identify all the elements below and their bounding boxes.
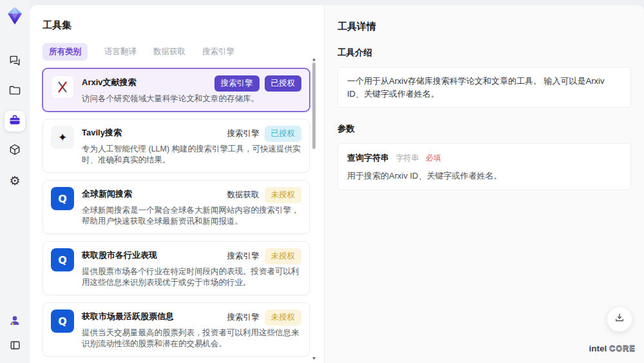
- tool-card[interactable]: Q 获取市场最活跃股票信息 搜索引擎 未授权 提供当天交易量最高的股票列表，投资…: [43, 302, 310, 357]
- tavily-icon: ✦: [51, 126, 74, 149]
- category-tabs: 所有类别语言翻译数据获取搜索引擎: [43, 43, 308, 61]
- left-rail: ⚙: [0, 0, 30, 363]
- brand-core-text: core: [609, 344, 636, 353]
- page-title: 工具集: [43, 19, 308, 32]
- tool-detail-panel: 工具详情 工具介绍 一个用于从Arxiv存储库搜索科学论文和文章的工具。 输入可…: [324, 5, 644, 363]
- scroll-up-arrow-icon[interactable]: ▲: [311, 57, 317, 61]
- param-name: 查询字符串: [347, 153, 389, 162]
- user-avatar-icon: [8, 314, 21, 329]
- tool-category-badge: 搜索引擎: [227, 126, 260, 141]
- tool-name: Tavily搜索: [82, 126, 227, 139]
- tool-category-badge: 搜索引擎: [227, 249, 260, 264]
- tab-0[interactable]: 所有类别: [43, 43, 88, 61]
- brand-intel-text: intel: [589, 344, 607, 353]
- tool-card[interactable]: ✦ Tavily搜索 搜索引擎 已授权 专为人工智能代理 (LLM) 构建的搜索…: [43, 119, 310, 173]
- scrollbar-thumb[interactable]: [312, 63, 316, 149]
- tab-2[interactable]: 数据获取: [153, 46, 185, 57]
- scroll-down-arrow-icon[interactable]: ▼: [311, 356, 317, 360]
- chat-icon: [8, 54, 21, 70]
- main-surface: 工具集 所有类别语言翻译数据获取搜索引擎 Arxiv文献搜索 搜索引擎 已授权 …: [30, 5, 644, 363]
- tool-description: 提供股票市场各个行业在特定时间段内的表现。投资者可以利用这些信息来识别表现优于或…: [82, 266, 301, 288]
- toolbox-icon: [8, 113, 21, 129]
- sidebar-item-settings[interactable]: ⚙: [5, 170, 25, 191]
- param-description: 用于搜索的Arxiv ID、关键字或作者姓名。: [347, 170, 621, 182]
- tool-category-badge: 搜索引擎: [214, 75, 260, 92]
- intro-heading: 工具介绍: [337, 47, 631, 59]
- app-logo-icon: [6, 6, 24, 26]
- list-scrollbar[interactable]: ▲ ▼: [311, 57, 317, 360]
- tool-name: Arxiv文献搜索: [82, 75, 214, 88]
- package-icon: [8, 143, 21, 159]
- tool-status-badge: 已授权: [265, 126, 302, 142]
- param-box: 查询字符串 字符串 必填 用于搜索的Arxiv ID、关键字或作者姓名。: [337, 143, 631, 190]
- sidebar-item-files[interactable]: [5, 81, 25, 102]
- detail-title: 工具详情: [337, 21, 631, 33]
- tool-description: 提供当天交易量最高的股票列表，投资者可以利用这些信息来识别流动性强的股票和潜在的…: [82, 328, 301, 349]
- sidebar-item-account[interactable]: [5, 311, 25, 332]
- tool-category-badge: 搜索引擎: [227, 310, 260, 325]
- tab-3[interactable]: 搜索引擎: [202, 46, 234, 57]
- gear-icon: ⚙: [9, 175, 20, 187]
- collapse-panel-icon: [9, 339, 21, 354]
- tool-card[interactable]: Q 获取股市各行业表现 搜索引擎 未授权 提供股票市场各个行业在特定时间段内的表…: [43, 241, 310, 295]
- tool-name: 全球新闻搜索: [82, 187, 227, 200]
- param-type: 字符串: [395, 153, 419, 162]
- sidebar-item-toolbox[interactable]: [5, 111, 25, 132]
- intro-box: 一个用于从Arxiv存储库搜索科学论文和文章的工具。 输入可以是Arxiv ID…: [337, 67, 631, 108]
- intel-core-logo: intel core: [589, 344, 636, 353]
- blue-q-icon: Q: [51, 187, 74, 210]
- download-button[interactable]: [607, 306, 632, 332]
- tool-name: 获取市场最活跃股票信息: [82, 309, 227, 322]
- tool-description: 访问各个研究领域大量科学论文和文章的存储库。: [82, 93, 301, 104]
- tool-description: 专为人工智能代理 (LLM) 构建的搜索引擎工具，可快速提供实时、准确和真实的结…: [82, 144, 301, 166]
- download-icon: [614, 312, 625, 326]
- tool-status-badge: 未授权: [265, 187, 302, 203]
- sidebar-item-collapse[interactable]: [5, 336, 25, 357]
- sidebar-item-chat[interactable]: [5, 52, 25, 72]
- arxiv-icon: [51, 75, 74, 99]
- tool-cards-list: Arxiv文献搜索 搜索引擎 已授权 访问各个研究领域大量科学论文和文章的存储库…: [43, 68, 308, 363]
- sidebar-item-packages[interactable]: [5, 141, 25, 161]
- tool-category-badge: 数据获取: [227, 188, 260, 202]
- tool-list-panel: 工具集 所有类别语言翻译数据获取搜索引擎 Arxiv文献搜索 搜索引擎 已授权 …: [30, 5, 324, 363]
- tool-card[interactable]: Q 全球新闻搜索 数据获取 未授权 全球新闻搜索是一个聚合全球各大新闻网站内容的…: [43, 180, 310, 234]
- tool-status-badge: 未授权: [265, 309, 302, 326]
- tool-name: 获取股市各行业表现: [82, 248, 227, 261]
- tab-1[interactable]: 语言翻译: [104, 46, 137, 57]
- tool-status-badge: 未授权: [265, 248, 302, 264]
- params-heading: 参数: [337, 123, 631, 135]
- tool-card[interactable]: Arxiv文献搜索 搜索引擎 已授权 访问各个研究领域大量科学论文和文章的存储库…: [43, 68, 310, 112]
- tool-description: 全球新闻搜索是一个聚合全球各大新闻网站内容的搜索引擎，帮助用户快速获取全球最新资…: [82, 205, 301, 227]
- blue-q-icon: Q: [51, 309, 74, 333]
- param-header: 查询字符串 字符串 必填: [347, 152, 621, 164]
- blue-q-icon: Q: [51, 248, 74, 271]
- tool-status-badge: 已授权: [265, 75, 302, 92]
- param-required-badge: 必填: [426, 153, 441, 162]
- folder-icon: [8, 84, 21, 99]
